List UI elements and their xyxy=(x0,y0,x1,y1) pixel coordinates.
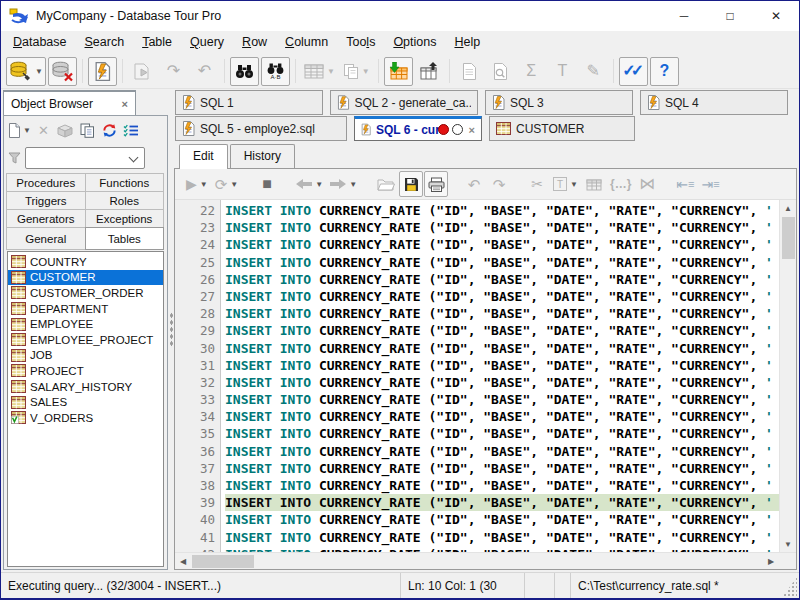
validate-button[interactable]: ✓✓ xyxy=(619,57,648,86)
maximize-button[interactable]: □ xyxy=(707,1,753,31)
category-tab-functions[interactable]: Functions xyxy=(85,173,165,192)
table-item-sales[interactable]: SALES xyxy=(8,394,163,410)
tab-history[interactable]: History xyxy=(230,144,295,168)
disconnect-database-button[interactable] xyxy=(48,57,77,86)
menu-tools[interactable]: Tools xyxy=(337,33,384,52)
help-button[interactable]: ? xyxy=(650,57,679,86)
horizontal-scroll-thumb[interactable] xyxy=(192,555,254,568)
import-table-button[interactable] xyxy=(384,57,413,86)
copy-object-button[interactable] xyxy=(78,119,97,142)
category-tab-exceptions[interactable]: Exceptions xyxy=(85,209,165,228)
menu-database[interactable]: Database xyxy=(4,33,76,52)
menu-search[interactable]: Search xyxy=(76,33,134,52)
connect-database-icon xyxy=(9,61,32,82)
code-line-37[interactable]: INSERT INTO CURRENCY_RATE ("ID", "BASE",… xyxy=(225,460,779,477)
menu-row[interactable]: Row xyxy=(233,33,276,52)
object-browser-tab[interactable]: Object Browser × xyxy=(3,90,136,115)
code-line-31[interactable]: INSERT INTO CURRENCY_RATE ("ID", "BASE",… xyxy=(225,357,779,374)
table-item-employee_project[interactable]: EMPLOYEE_PROJECT xyxy=(8,332,163,348)
table-item-employee[interactable]: EMPLOYEE xyxy=(8,316,163,332)
code-line-34[interactable]: INSERT INTO CURRENCY_RATE ("ID", "BASE",… xyxy=(225,408,779,425)
double-check-icon: ✓✓ xyxy=(622,63,644,79)
new-object-button[interactable]: ▼ xyxy=(8,119,31,142)
connect-dropdown-icon[interactable]: ▼ xyxy=(35,67,43,76)
document-tab-sql-5-employe2-sql[interactable]: SQL 5 - employe2.sql xyxy=(175,116,347,141)
table-item-department[interactable]: DEPARTMENT xyxy=(8,301,163,317)
scroll-down-icon[interactable]: ▼ xyxy=(780,536,796,552)
document-tab-sql-1[interactable]: SQL 1 xyxy=(175,90,323,115)
export-table-button[interactable] xyxy=(415,57,444,86)
document-tab-customer[interactable]: CUSTOMER xyxy=(489,116,635,141)
stop-button[interactable]: ■ xyxy=(255,171,279,197)
category-tab-triggers[interactable]: Triggers xyxy=(6,191,86,210)
document-tab-sql-6-curren[interactable]: SQL 6 - curren× xyxy=(354,116,482,141)
replace-button[interactable]: A·B xyxy=(261,57,290,86)
object-filter-combobox[interactable] xyxy=(25,147,145,169)
table-item-v_orders[interactable]: V_ORDERS xyxy=(8,410,163,426)
toolbar-separator xyxy=(82,59,83,83)
code-line-30[interactable]: INSERT INTO CURRENCY_RATE ("ID", "BASE",… xyxy=(225,340,779,357)
category-tab-roles[interactable]: Roles xyxy=(85,191,165,210)
scroll-left-icon[interactable]: ◀ xyxy=(175,553,191,569)
code-line-35[interactable]: INSERT INTO CURRENCY_RATE ("ID", "BASE",… xyxy=(225,425,779,442)
document-tab-sql-4[interactable]: SQL 4 xyxy=(640,90,788,115)
code-line-23[interactable]: INSERT INTO CURRENCY_RATE ("ID", "BASE",… xyxy=(225,219,779,236)
table-item-country[interactable]: COUNTRY xyxy=(8,254,163,270)
object-properties-button[interactable] xyxy=(122,119,141,142)
code-line-32[interactable]: INSERT INTO CURRENCY_RATE ("ID", "BASE",… xyxy=(225,374,779,391)
vertical-scroll-thumb[interactable] xyxy=(782,217,795,259)
menu-query[interactable]: Query xyxy=(181,33,233,52)
minimize-button[interactable]: ─ xyxy=(661,1,707,31)
code-line-38[interactable]: INSERT INTO CURRENCY_RATE ("ID", "BASE",… xyxy=(225,477,779,494)
object-browser-close-icon[interactable]: × xyxy=(122,98,128,110)
code-line-24[interactable]: INSERT INTO CURRENCY_RATE ("ID", "BASE",… xyxy=(225,236,779,253)
code-line-40[interactable]: INSERT INTO CURRENCY_RATE ("ID", "BASE",… xyxy=(225,511,779,528)
scroll-up-icon[interactable]: ▲ xyxy=(780,200,796,216)
document-tab-close-icon[interactable]: × xyxy=(469,124,475,136)
code-line-41[interactable]: INSERT INTO CURRENCY_RATE ("ID", "BASE",… xyxy=(225,529,779,546)
connect-database-button[interactable]: ▼ xyxy=(6,57,46,86)
refresh-button[interactable] xyxy=(100,119,119,142)
save-file-button[interactable] xyxy=(399,171,423,197)
line-number: 39 xyxy=(175,494,215,511)
menu-column[interactable]: Column xyxy=(276,33,337,52)
table-item-project[interactable]: PROJECT xyxy=(8,363,163,379)
category-tab-procedures[interactable]: Procedures xyxy=(6,173,86,192)
tab-edit[interactable]: Edit xyxy=(179,144,228,169)
code-line-33[interactable]: INSERT INTO CURRENCY_RATE ("ID", "BASE",… xyxy=(225,391,779,408)
menu-options[interactable]: Options xyxy=(384,33,445,52)
sql-editor-button[interactable] xyxy=(88,57,117,86)
table-item-salary_history[interactable]: SALARY_HISTORY xyxy=(8,379,163,395)
code-line-26[interactable]: INSERT INTO CURRENCY_RATE ("ID", "BASE",… xyxy=(225,271,779,288)
document-tab-sql-3[interactable]: SQL 3 xyxy=(485,90,633,115)
code-line-29[interactable]: INSERT INTO CURRENCY_RATE ("ID", "BASE",… xyxy=(225,322,779,339)
code-line-25[interactable]: INSERT INTO CURRENCY_RATE ("ID", "BASE",… xyxy=(225,254,779,271)
code-line-28[interactable]: INSERT INTO CURRENCY_RATE ("ID", "BASE",… xyxy=(225,305,779,322)
table-item-job[interactable]: JOB xyxy=(8,348,163,364)
table-item-customer_order[interactable]: CUSTOMER_ORDER xyxy=(8,285,163,301)
scroll-right-icon[interactable]: ▶ xyxy=(763,553,779,569)
print-button[interactable] xyxy=(424,171,448,197)
vertical-scrollbar[interactable]: ▲ ▼ xyxy=(779,200,796,552)
result-grid-icon xyxy=(586,178,602,191)
category-tab-tables[interactable]: Tables xyxy=(85,227,165,250)
category-tab-general[interactable]: General xyxy=(6,227,86,250)
document-tab-sql-2-generate-ca-[interactable]: SQL 2 - generate_ca... xyxy=(330,90,478,115)
outdent-lines-icon: ≡ xyxy=(688,179,694,190)
resize-grip-icon[interactable] xyxy=(783,577,797,596)
code-line-39[interactable]: INSERT INTO CURRENCY_RATE ("ID", "BASE",… xyxy=(225,494,779,511)
close-button[interactable]: ✕ xyxy=(753,1,799,31)
sql-document-icon xyxy=(647,95,660,110)
code-line-36[interactable]: INSERT INTO CURRENCY_RATE ("ID", "BASE",… xyxy=(225,443,779,460)
table-item-customer[interactable]: CUSTOMER xyxy=(8,270,163,286)
code-text-area[interactable]: INSERT INTO CURRENCY_RATE ("ID", "BASE",… xyxy=(221,200,779,552)
combo-dropdown-icon[interactable] xyxy=(129,153,139,163)
menu-table[interactable]: Table xyxy=(133,33,181,52)
horizontal-scrollbar[interactable]: ◀ ▶ xyxy=(175,552,796,569)
find-button[interactable] xyxy=(230,57,259,86)
new-object-dropdown-icon[interactable]: ▼ xyxy=(23,126,31,135)
menu-help[interactable]: Help xyxy=(445,33,489,52)
code-line-22[interactable]: INSERT INTO CURRENCY_RATE ("ID", "BASE",… xyxy=(225,202,779,219)
code-line-27[interactable]: INSERT INTO CURRENCY_RATE ("ID", "BASE",… xyxy=(225,288,779,305)
category-tab-generators[interactable]: Generators xyxy=(6,209,86,228)
